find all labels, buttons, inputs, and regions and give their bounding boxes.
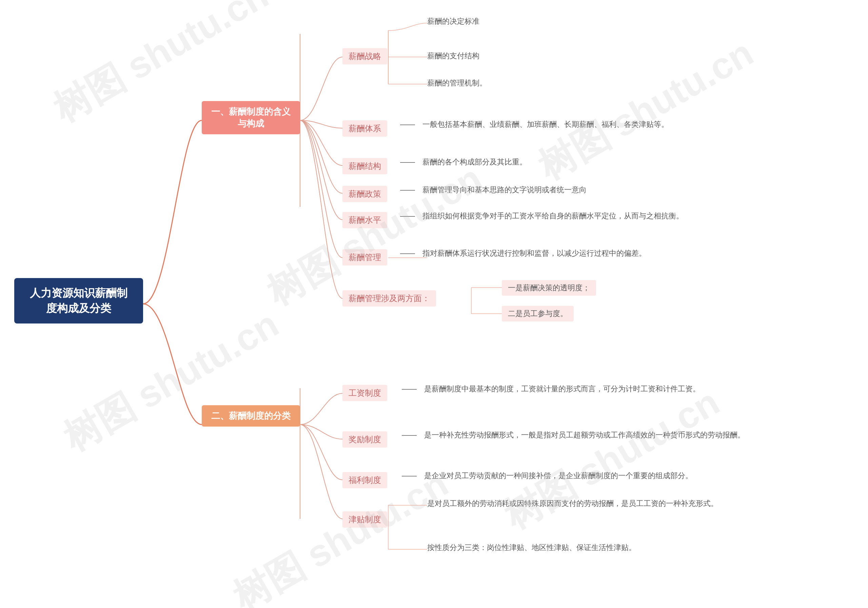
leaf-content-salary-structure: —— 薪酬的各个构成部分及其比重。	[400, 157, 527, 167]
leaf-label-salary-strategy: 薪酬战略	[343, 48, 387, 64]
leaf-label-bonus-system: 奖励制度	[343, 431, 387, 448]
leaf-label-welfare-system: 福利制度	[343, 472, 387, 488]
leaf-label-salary-management: 薪酬管理	[343, 249, 387, 265]
leaf-salary-payment: 薪酬的支付结构	[427, 51, 479, 61]
leaf-salary-aspect-2: 二是员工参与度。	[502, 306, 574, 321]
leaf-label-salary-system: 薪酬体系	[343, 120, 387, 136]
leaf-content-salary-management: —— 指对薪酬体系运行状况进行控制和监督，以减少运行过程中的偏差。	[400, 248, 646, 258]
leaf-content-salary-system: —— 一般包括基本薪酬、业绩薪酬、加班薪酬、长期薪酬、福利、各类津贴等。	[400, 119, 669, 130]
leaf-salary-decision: 薪酬的决定标准	[427, 16, 479, 26]
root-node: 人力资源知识薪酬制度构成及分类	[14, 278, 143, 324]
leaf-label-allowance-system: 津贴制度	[343, 511, 387, 527]
leaf-content-welfare-system: —— 是企业对员工劳动贡献的一种间接补偿，是企业薪酬制度的一个重要的组成部分。	[402, 471, 693, 481]
leaf-label-salary-policy: 薪酬政策	[343, 186, 387, 202]
leaf-content-bonus-system: —— 是一种补充性劳动报酬形式，一般是指对员工超额劳动或工作高绩效的一种货币形式…	[402, 430, 745, 440]
leaf-label-wage-system: 工资制度	[343, 385, 387, 401]
leaf-allowance-1: 是对员工额外的劳动消耗或因特殊原因而支付的劳动报酬，是员工工资的一种补充形式。	[427, 498, 718, 509]
leaf-label-salary-two-aspects: 薪酬管理涉及两方面：	[343, 290, 436, 307]
branch-2-node: 二、薪酬制度的分类	[202, 405, 300, 427]
leaf-salary-aspect-1: 一是薪酬决策的透明度；	[502, 280, 596, 296]
leaf-label-salary-level: 薪酬水平	[343, 212, 387, 228]
leaf-content-salary-level: —— 指组织如何根据竞争对手的工资水平给自身的薪酬水平定位，从而与之相抗衡。	[400, 211, 684, 221]
branch-1-node: 一、薪酬制度的含义与构成	[202, 101, 300, 134]
leaf-content-salary-policy: —— 薪酬管理导向和基本思路的文字说明或者统一意向	[400, 185, 587, 195]
leaf-content-wage-system: —— 是薪酬制度中最基本的制度，工资就计量的形式而言，可分为计时工资和计件工资。	[402, 384, 700, 394]
leaf-allowance-2: 按性质分为三类：岗位性津贴、地区性津贴、保证生活性津贴。	[427, 542, 636, 553]
leaf-salary-mgmt-mech: 薪酬的管理机制。	[427, 78, 487, 88]
leaf-label-salary-structure: 薪酬结构	[343, 158, 387, 174]
mindmap-container: 人力资源知识薪酬制度构成及分类 一、薪酬制度的含义与构成 薪酬战略 薪酬的决定标…	[0, 0, 868, 608]
